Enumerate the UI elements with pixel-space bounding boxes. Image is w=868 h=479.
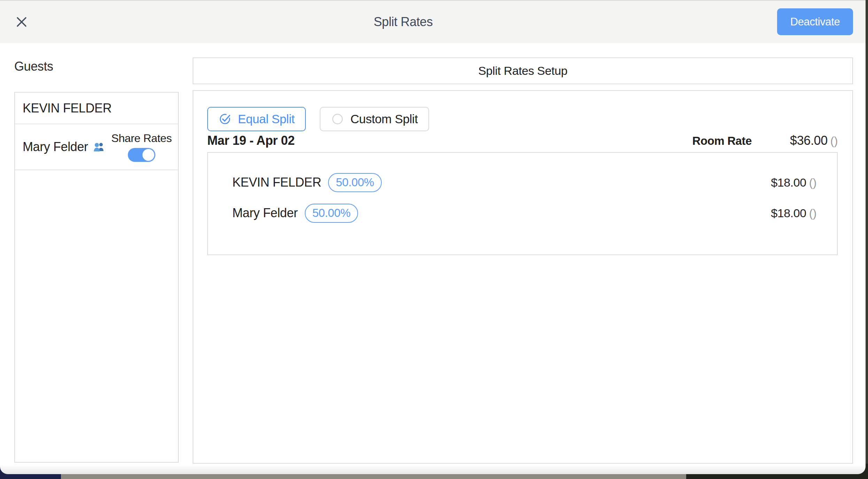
rate-header-row: Mar 19 - Apr 02 Room Rate $36.00() bbox=[207, 133, 838, 148]
room-rate-paren: () bbox=[830, 134, 838, 147]
custom-split-button[interactable]: Custom Split bbox=[320, 107, 429, 131]
rate-guest-name: KEVIN FELDER bbox=[232, 175, 321, 190]
guests-sidebar: Guests KEVIN FELDER Mary Felder bbox=[14, 43, 179, 464]
setup-panel: Split Rates Setup Equal Split bbox=[193, 43, 853, 464]
setup-panel-body: Equal Split Custom Split Mar 19 - Apr 02… bbox=[193, 90, 853, 464]
modal-title: Split Rates bbox=[29, 15, 777, 29]
equal-split-button[interactable]: Equal Split bbox=[207, 107, 306, 131]
background-page-right-sliver bbox=[866, 0, 868, 479]
guest-rate-row: Mary Felder 50.00% $18.00() bbox=[232, 198, 816, 228]
split-rates-modal: Split Rates Deactivate Guests KEVIN FELD… bbox=[0, 0, 866, 474]
share-rates-control: Share Rates bbox=[111, 132, 172, 162]
rate-amount-paren: () bbox=[809, 207, 816, 220]
room-rate-label: Room Rate bbox=[692, 134, 752, 148]
rate-guest-name: Mary Felder bbox=[232, 206, 298, 220]
percent-input[interactable]: 50.00% bbox=[305, 204, 358, 223]
setup-panel-title: Split Rates Setup bbox=[193, 57, 853, 84]
equal-split-label: Equal Split bbox=[238, 112, 295, 126]
modal-body: Guests KEVIN FELDER Mary Felder bbox=[0, 43, 866, 464]
toggle-knob bbox=[142, 149, 154, 161]
primary-guest-name: KEVIN FELDER bbox=[23, 101, 111, 116]
share-rates-label: Share Rates bbox=[111, 132, 172, 145]
custom-split-label: Custom Split bbox=[350, 112, 418, 126]
guest-list: KEVIN FELDER Mary Felder bbox=[14, 92, 179, 463]
date-range: Mar 19 - Apr 02 bbox=[207, 133, 692, 148]
people-icon bbox=[93, 142, 105, 152]
close-button[interactable] bbox=[14, 14, 29, 30]
rate-amount: $18.00() bbox=[771, 206, 816, 220]
circle-icon bbox=[331, 112, 344, 126]
rate-amount: $18.00() bbox=[771, 176, 816, 189]
close-icon bbox=[16, 16, 28, 28]
guest-name: Mary Felder bbox=[23, 140, 88, 154]
guests-heading: Guests bbox=[14, 59, 179, 74]
share-rates-toggle[interactable] bbox=[128, 148, 155, 162]
primary-guest-row[interactable]: KEVIN FELDER bbox=[15, 93, 178, 124]
modal-header: Split Rates Deactivate bbox=[0, 0, 866, 43]
split-rates-screen: Split Rates Deactivate Guests KEVIN FELD… bbox=[0, 0, 868, 479]
room-rate-value: $36.00() bbox=[790, 133, 838, 148]
guest-rates-box: KEVIN FELDER 50.00% $18.00() Mary Felder… bbox=[207, 152, 838, 255]
check-circle-icon bbox=[218, 112, 232, 126]
guest-row[interactable]: Mary Felder Share Ra bbox=[15, 124, 178, 170]
percent-input[interactable]: 50.00% bbox=[328, 173, 382, 192]
rate-amount-paren: () bbox=[809, 176, 816, 189]
deactivate-button[interactable]: Deactivate bbox=[777, 8, 853, 35]
split-mode-row: Equal Split Custom Split bbox=[207, 107, 838, 131]
guest-rate-row: KEVIN FELDER 50.00% $18.00() bbox=[232, 167, 816, 198]
